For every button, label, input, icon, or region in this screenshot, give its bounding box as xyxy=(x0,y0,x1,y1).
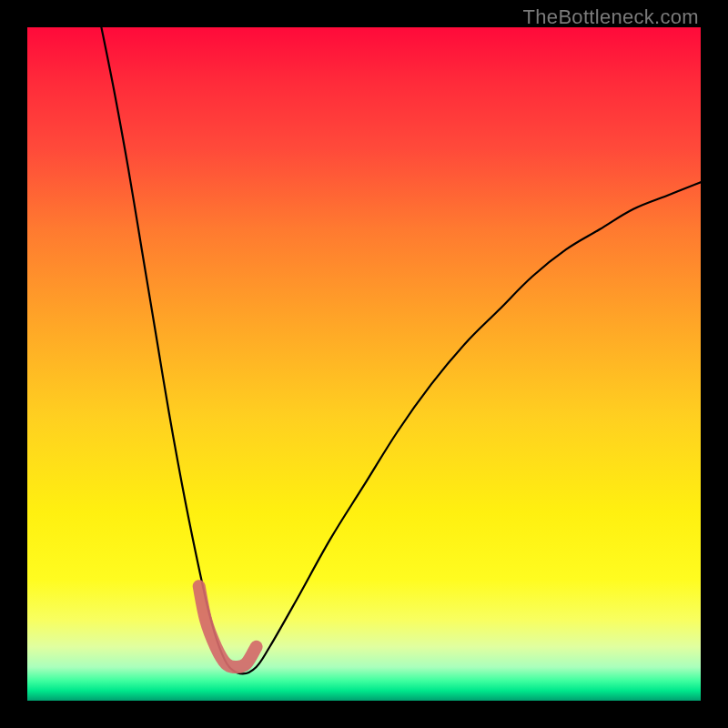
chart-frame: TheBottleneck.com xyxy=(0,0,728,728)
plot-area xyxy=(27,27,701,701)
curve-svg xyxy=(27,27,701,701)
watermark-text: TheBottleneck.com xyxy=(523,5,699,29)
bottleneck-curve xyxy=(101,27,701,673)
curve-highlight xyxy=(199,586,257,667)
